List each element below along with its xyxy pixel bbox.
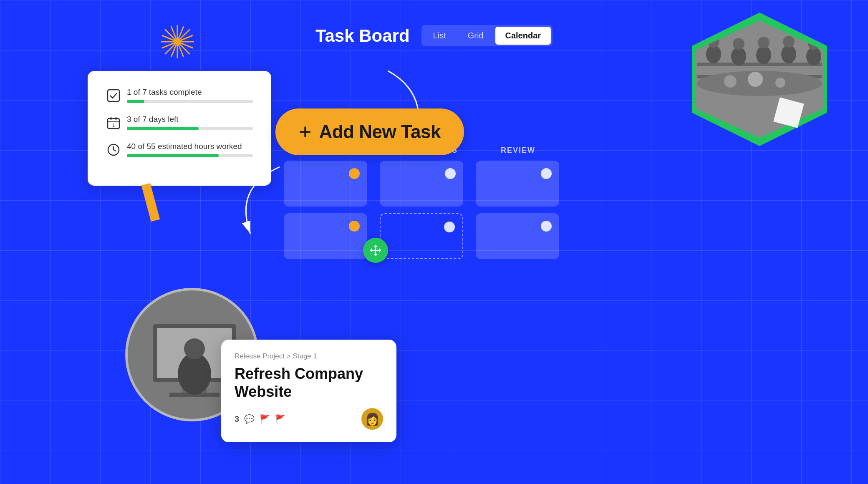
stat-tasks-progress-bg: [127, 100, 253, 103]
kanban-card-dashed[interactable]: [380, 213, 463, 259]
kanban-card[interactable]: [284, 213, 367, 259]
task-title: Refresh Company Website: [235, 365, 383, 401]
card-dot: [349, 221, 360, 232]
task-footer: 3 💬 🚩 🚩 👩: [235, 408, 383, 430]
svg-point-42: [775, 78, 785, 88]
stat-days: 1 3 of 7 days left: [106, 115, 253, 130]
comment-count: 3: [235, 414, 239, 424]
card-dot: [444, 222, 455, 232]
svg-point-31: [731, 47, 746, 66]
tab-list[interactable]: List: [423, 27, 456, 45]
sprint-card: 1 of 7 tasks complete 1 3 of 7 days left: [88, 71, 271, 186]
clock-icon: [106, 142, 121, 157]
sprint-badge: current: [141, 75, 170, 86]
add-task-button[interactable]: + Add New Task: [275, 108, 464, 155]
column-header-review: REVIEW: [501, 146, 584, 155]
stat-hours-label: 40 of 55 estimated hours worked: [127, 142, 253, 151]
stat-days-progress-bg: [127, 127, 253, 130]
svg-point-41: [748, 72, 763, 87]
stat-days-content: 3 of 7 days left: [127, 115, 253, 130]
kanban-board: READY IN PROGRESS REVIEW: [284, 146, 826, 259]
svg-rect-8: [108, 90, 119, 101]
plus-icon: +: [299, 121, 311, 143]
stat-tasks-label: 1 of 7 tasks complete: [127, 88, 253, 97]
stat-tasks: 1 of 7 tasks complete: [106, 88, 253, 103]
add-task-label: Add New Task: [319, 121, 440, 142]
card-dot: [541, 221, 552, 232]
kanban-card[interactable]: [476, 213, 559, 259]
svg-point-40: [724, 75, 737, 88]
star-decoration: [159, 23, 196, 62]
task-meta: 3 💬 🚩 🚩: [235, 414, 285, 424]
calendar-icon: 1: [106, 115, 121, 130]
svg-point-36: [783, 36, 795, 48]
stat-tasks-content: 1 of 7 tasks complete: [127, 88, 253, 103]
card-dot: [445, 168, 456, 179]
task-detail-card[interactable]: Release Project > Stage 1 Refresh Compan…: [221, 340, 396, 442]
svg-rect-27: [697, 63, 822, 66]
flag-outline-icon: 🚩: [260, 414, 270, 424]
stat-hours-content: 40 of 55 estimated hours worked: [127, 142, 253, 157]
svg-point-37: [806, 47, 821, 66]
svg-text:1: 1: [112, 123, 115, 128]
app-header: Task Board List Grid Calendar: [315, 25, 553, 46]
view-tabs: List Grid Calendar: [421, 25, 553, 46]
avatar: 👩: [361, 408, 383, 430]
svg-point-35: [781, 45, 796, 63]
tab-calendar[interactable]: Calendar: [495, 27, 551, 45]
svg-point-32: [733, 38, 744, 50]
tab-grid[interactable]: Grid: [458, 27, 494, 45]
stat-tasks-progress-fill: [127, 100, 144, 103]
task-breadcrumb: Release Project > Stage 1: [235, 352, 383, 360]
kanban-col-ready: [284, 161, 367, 259]
svg-point-34: [758, 37, 770, 48]
svg-line-16: [114, 150, 116, 151]
svg-point-25: [184, 338, 205, 359]
kanban-card[interactable]: [476, 161, 559, 207]
card-dot: [541, 168, 552, 179]
comment-icon: 💬: [244, 414, 255, 424]
stat-hours-progress-fill: [127, 154, 219, 157]
svg-point-29: [706, 45, 721, 63]
app-title: Task Board: [315, 26, 410, 46]
sprint-name: Sprint 8: [90, 73, 136, 87]
orange-tape: [141, 183, 160, 222]
card-dot: [349, 168, 360, 179]
checkbox-icon: [106, 88, 121, 103]
move-icon[interactable]: [363, 238, 388, 263]
stat-hours-progress-bg: [127, 154, 253, 157]
flag-solid-icon: 🚩: [275, 414, 285, 424]
kanban-card[interactable]: [380, 161, 463, 207]
stat-hours: 40 of 55 estimated hours worked: [106, 142, 253, 157]
kanban-col-inprogress: [380, 161, 463, 259]
stat-days-progress-fill: [127, 127, 199, 130]
avatar-emoji: 👩: [365, 412, 380, 426]
kanban-card[interactable]: [284, 161, 367, 207]
kanban-col-review: [476, 161, 559, 259]
svg-point-33: [756, 46, 771, 64]
stat-days-label: 3 of 7 days left: [127, 115, 253, 124]
